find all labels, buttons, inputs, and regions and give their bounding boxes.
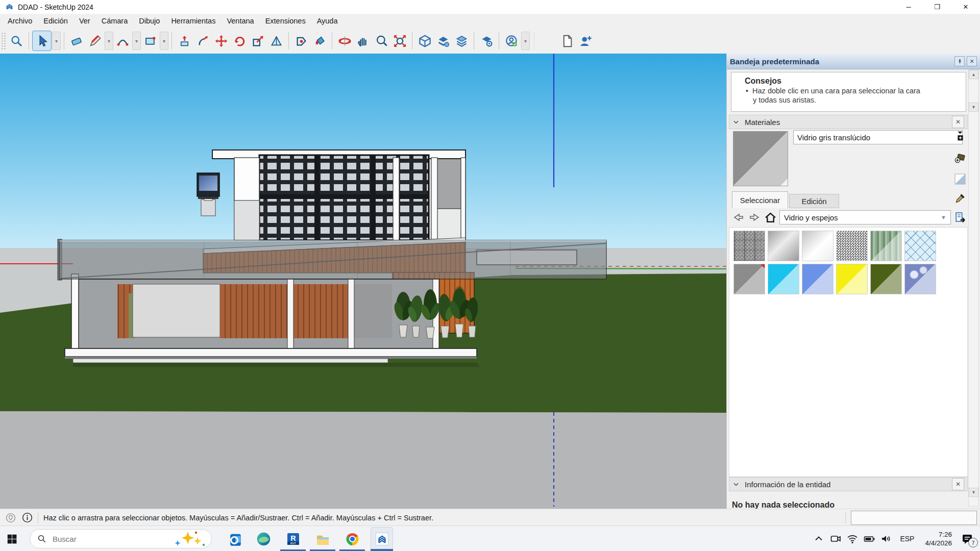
swatch-glass-yellow-translucent[interactable] xyxy=(836,264,868,294)
start-button[interactable] xyxy=(0,527,23,550)
search-tool-icon[interactable] xyxy=(7,31,26,51)
scroll-down-bottom-icon[interactable]: ▼ xyxy=(969,488,978,497)
swatch-glass-olive-translucent[interactable] xyxy=(870,264,902,294)
menu-archivo[interactable]: Archivo xyxy=(2,15,38,27)
close-button[interactable]: ✕ xyxy=(951,0,980,14)
menu-cmara[interactable]: Cámara xyxy=(96,15,134,27)
paint-bucket-tool-icon[interactable] xyxy=(310,31,329,51)
account-tool-icon[interactable] xyxy=(502,31,521,51)
taskbar-app-outlook[interactable] xyxy=(223,527,245,550)
menu-ayuda[interactable]: Ayuda xyxy=(311,15,344,27)
move-tool-icon[interactable] xyxy=(212,31,230,51)
swatch-glass-gray-translucent[interactable] xyxy=(733,264,765,294)
scroll-up-icon[interactable]: ▲ xyxy=(969,70,978,79)
secondary-pane-icon[interactable] xyxy=(954,130,966,142)
swatch-glass-ribbed-green[interactable] xyxy=(870,231,902,261)
tab-edicion[interactable]: Edición xyxy=(789,194,839,208)
tape-measure-tool-icon[interactable] xyxy=(267,31,285,51)
tray-expand-icon[interactable] xyxy=(813,533,825,545)
trimble-connect-tool-icon[interactable] xyxy=(452,31,471,51)
battery-icon[interactable] xyxy=(863,533,875,545)
measurements-box[interactable] xyxy=(851,511,977,525)
sample-paint-icon[interactable] xyxy=(954,192,967,206)
swatch-glass-blocks[interactable] xyxy=(733,231,765,261)
line-tool-icon[interactable] xyxy=(86,31,104,51)
swatch-glass-cyan-translucent[interactable] xyxy=(768,264,799,294)
rectangle-tool-icon[interactable] xyxy=(141,31,159,51)
extension-manager-tool-icon[interactable] xyxy=(477,31,496,51)
arc-tool-icon[interactable] xyxy=(113,31,132,51)
menu-herramientas[interactable]: Herramientas xyxy=(165,15,221,27)
new-model-tool-icon[interactable] xyxy=(558,31,576,51)
taskbar-app-file-explorer[interactable] xyxy=(311,527,334,550)
toolbar-grip[interactable] xyxy=(1,32,6,49)
menu-ventana[interactable]: Ventana xyxy=(221,15,259,27)
taskbar-app-edge[interactable] xyxy=(252,527,275,550)
account-dropdown-icon[interactable]: ▾ xyxy=(521,32,530,50)
select-tool-icon[interactable] xyxy=(32,31,52,51)
notifications-icon[interactable]: 7 xyxy=(960,532,975,545)
follow-me-tool-icon[interactable] xyxy=(193,31,212,51)
materials-close-icon[interactable]: ✕ xyxy=(952,116,964,128)
select-dropdown-icon[interactable]: ▾ xyxy=(52,32,61,50)
pan-tool-icon[interactable] xyxy=(354,31,372,51)
extension-warehouse-tool-icon[interactable] xyxy=(434,31,452,51)
maximize-button[interactable]: ❒ xyxy=(923,0,951,14)
language-indicator[interactable]: ESP xyxy=(897,535,917,543)
eraser-tool-icon[interactable] xyxy=(67,31,86,51)
meet-now-icon[interactable] xyxy=(829,533,842,545)
menu-ver[interactable]: Ver xyxy=(74,15,96,27)
swatch-glass-clear[interactable] xyxy=(802,231,834,261)
material-preview[interactable] xyxy=(733,131,788,186)
materials-section-header[interactable]: Materiales ✕ xyxy=(729,115,968,129)
tray-scrollbar[interactable]: ▲ ▼ ▼ xyxy=(968,69,979,507)
entity-info-close-icon[interactable]: ✕ xyxy=(952,478,964,490)
menu-extensiones[interactable]: Extensiones xyxy=(260,15,311,27)
push-pull-tool-icon[interactable] xyxy=(175,31,193,51)
orbit-tool-icon[interactable] xyxy=(335,31,354,51)
create-material-icon[interactable] xyxy=(954,152,966,164)
invite-tool-icon[interactable] xyxy=(576,31,595,51)
zoom-extents-tool-icon[interactable] xyxy=(390,31,409,51)
default-material-icon[interactable] xyxy=(954,173,966,185)
menu-edicin[interactable]: Edición xyxy=(38,15,74,27)
3d-warehouse-tool-icon[interactable] xyxy=(415,31,434,51)
line-dropdown-icon[interactable]: ▾ xyxy=(105,32,113,50)
collection-dropdown[interactable]: Vidrio y espejos ▼ xyxy=(779,210,951,224)
taskbar-app-revit[interactable]: RRVT xyxy=(282,527,304,550)
scroll-down-icon[interactable]: ▼ xyxy=(969,103,978,112)
swatch-glass-obscure[interactable] xyxy=(836,231,868,261)
taskbar-app-sketchup[interactable] xyxy=(371,527,393,550)
entity-info-section-header[interactable]: Información de la entidad ✕ xyxy=(729,477,968,491)
collapse-chevron-icon[interactable] xyxy=(732,118,740,126)
tray-header[interactable]: Bandeja predeterminada ✕ xyxy=(727,54,980,69)
home-icon[interactable] xyxy=(764,211,777,224)
rotate-tool-icon[interactable] xyxy=(230,31,249,51)
wifi-icon[interactable] xyxy=(846,533,859,545)
taskbar-search[interactable] xyxy=(30,529,212,548)
search-input[interactable] xyxy=(52,534,174,544)
info-icon[interactable] xyxy=(21,512,33,523)
geolocation-icon[interactable] xyxy=(5,512,16,523)
menu-dibujo[interactable]: Dibujo xyxy=(133,15,165,27)
in-model-icon[interactable] xyxy=(953,211,967,224)
volume-icon[interactable] xyxy=(880,533,892,545)
tab-seleccionar[interactable]: Seleccionar xyxy=(732,191,788,208)
pin-icon[interactable] xyxy=(954,56,965,66)
taskbar-clock[interactable]: 7:26 4/4/2026 xyxy=(922,530,955,547)
swatch-glass-leaded-diamond[interactable] xyxy=(904,231,936,261)
back-arrow-icon[interactable] xyxy=(732,211,745,224)
collapse-chevron-icon[interactable] xyxy=(732,481,740,488)
scale-tool-icon[interactable] xyxy=(249,31,267,51)
offset-tool-icon[interactable] xyxy=(292,31,310,51)
minimize-button[interactable]: ─ xyxy=(894,0,923,14)
arc-dropdown-icon[interactable]: ▾ xyxy=(132,32,141,50)
material-name-input[interactable] xyxy=(793,130,963,144)
zoom-tool-icon[interactable] xyxy=(372,31,390,51)
taskbar-app-chrome[interactable] xyxy=(341,527,363,550)
3d-viewport[interactable] xyxy=(0,54,726,509)
swatch-mirror-gray[interactable] xyxy=(768,231,799,261)
swatch-glass-blue-translucent[interactable] xyxy=(802,264,834,294)
rectangle-dropdown-icon[interactable]: ▾ xyxy=(160,32,168,50)
forward-arrow-icon[interactable] xyxy=(748,211,761,224)
